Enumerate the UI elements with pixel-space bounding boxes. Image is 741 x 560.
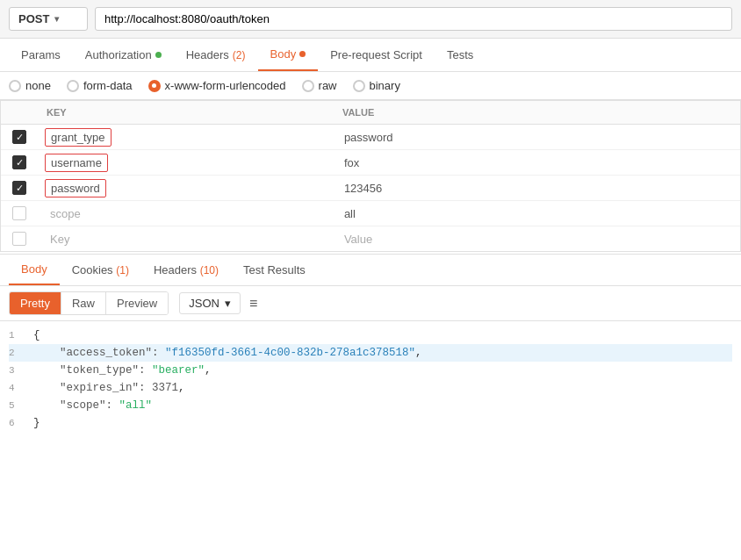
- radio-circle-binary: [353, 80, 365, 92]
- checkbox-cell-4[interactable]: [1, 201, 38, 226]
- pretty-button[interactable]: Pretty: [10, 292, 61, 314]
- val-value-4: all: [341, 207, 356, 220]
- body-dot: [299, 51, 306, 57]
- col-value: VALUE: [334, 101, 740, 125]
- table-row: ✓ grant_type password: [1, 125, 740, 150]
- val-value-1: password: [341, 131, 393, 144]
- table-row: ✓ username fox: [1, 150, 740, 176]
- top-tabs: Params Authorization Headers (2) Body Pr…: [0, 39, 741, 72]
- key-value-2: username: [45, 154, 108, 172]
- val-cell-4[interactable]: all: [334, 201, 740, 226]
- format-select[interactable]: JSON ▾: [179, 292, 241, 314]
- view-mode-group: Pretty Raw Preview: [9, 291, 169, 315]
- checkbox-5[interactable]: [12, 232, 26, 246]
- key-cell-3[interactable]: password: [38, 176, 334, 201]
- radio-none[interactable]: none: [9, 79, 51, 92]
- table-row: scope all: [1, 201, 740, 226]
- radio-circle-raw: [302, 80, 314, 92]
- key-cell-1[interactable]: grant_type: [38, 125, 334, 150]
- radio-binary[interactable]: binary: [353, 79, 400, 92]
- tab-body[interactable]: Body: [258, 39, 319, 71]
- col-key: KEY: [38, 101, 334, 125]
- code-line-5: 5 "scope": "all": [9, 397, 732, 414]
- key-value-3: password: [45, 179, 106, 197]
- checkbox-cell-5[interactable]: [1, 226, 38, 252]
- col-checkbox: [1, 101, 38, 125]
- code-area: 1 { 2 "access_token": "f16350fd-3661-4c0…: [0, 321, 741, 437]
- tab-params[interactable]: Params: [9, 39, 73, 70]
- bottom-tab-headers[interactable]: Headers (10): [141, 255, 231, 284]
- val-cell-2[interactable]: fox: [334, 150, 740, 176]
- checkbox-2[interactable]: ✓: [12, 155, 26, 169]
- val-cell-5[interactable]: Value: [334, 226, 740, 252]
- table-row: Key Value: [1, 226, 740, 252]
- body-options: none form-data x-www-form-urlencoded raw…: [0, 72, 741, 100]
- code-line-4: 4 "expires_in": 3371,: [9, 379, 732, 397]
- val-value-3: 123456: [341, 182, 382, 195]
- key-cell-4[interactable]: scope: [38, 201, 334, 226]
- method-select[interactable]: POST ▾: [9, 7, 88, 31]
- code-line-1: 1 {: [9, 327, 732, 344]
- bottom-tabs: Body Cookies (1) Headers (10) Test Resul…: [0, 254, 741, 286]
- preview-button[interactable]: Preview: [106, 292, 168, 314]
- val-cell-3[interactable]: 123456: [334, 176, 740, 201]
- url-bar: POST ▾: [0, 0, 741, 39]
- code-line-3: 3 "token_type": "bearer",: [9, 362, 732, 379]
- response-toolbar: Pretty Raw Preview JSON ▾ ≡: [0, 286, 741, 321]
- params-table: KEY VALUE ✓ grant_type password: [1, 101, 740, 251]
- val-cell-1[interactable]: password: [334, 125, 740, 150]
- method-label: POST: [18, 12, 49, 25]
- radio-circle-urlencoded: [148, 80, 161, 92]
- radio-circle-form-data: [67, 80, 79, 92]
- method-chevron: ▾: [54, 14, 59, 24]
- bottom-tab-body[interactable]: Body: [9, 255, 60, 285]
- format-label: JSON: [189, 297, 219, 310]
- checkbox-cell-1[interactable]: ✓: [1, 125, 38, 150]
- checkbox-4[interactable]: [12, 206, 26, 220]
- key-cell-5[interactable]: Key: [38, 226, 334, 252]
- key-cell-2[interactable]: username: [38, 150, 334, 176]
- tab-headers[interactable]: Headers (2): [174, 39, 258, 70]
- code-line-2: 2 "access_token": "f16350fd-3661-4c00-83…: [9, 344, 732, 362]
- bottom-tab-cookies[interactable]: Cookies (1): [60, 255, 141, 284]
- filter-icon[interactable]: ≡: [249, 296, 257, 312]
- checkbox-cell-3[interactable]: ✓: [1, 176, 38, 201]
- key-value-1: grant_type: [45, 128, 111, 147]
- tab-authorization[interactable]: Authorization: [73, 39, 174, 70]
- tab-tests[interactable]: Tests: [435, 39, 486, 70]
- checkbox-cell-2[interactable]: ✓: [1, 150, 38, 176]
- checkbox-3[interactable]: ✓: [12, 181, 26, 195]
- code-line-6: 6 }: [9, 414, 732, 432]
- checkbox-1[interactable]: ✓: [12, 130, 26, 144]
- key-value-4: scope: [45, 205, 86, 222]
- format-chevron: ▾: [225, 297, 231, 310]
- bottom-tab-test-results[interactable]: Test Results: [231, 255, 318, 284]
- radio-raw[interactable]: raw: [302, 79, 337, 92]
- raw-button[interactable]: Raw: [61, 292, 106, 314]
- radio-form-data[interactable]: form-data: [67, 79, 133, 92]
- key-value-5: Key: [45, 231, 75, 248]
- url-input[interactable]: [95, 7, 732, 31]
- radio-urlencoded[interactable]: x-www-form-urlencoded: [148, 79, 286, 92]
- tab-pre-request[interactable]: Pre-request Script: [318, 39, 435, 70]
- val-value-5: Value: [341, 233, 372, 246]
- radio-circle-none: [9, 80, 21, 92]
- authorization-dot: [155, 52, 162, 58]
- val-value-2: fox: [341, 156, 359, 169]
- table-row: ✓ password 123456: [1, 176, 740, 201]
- params-table-wrapper: KEY VALUE ✓ grant_type password: [0, 100, 741, 252]
